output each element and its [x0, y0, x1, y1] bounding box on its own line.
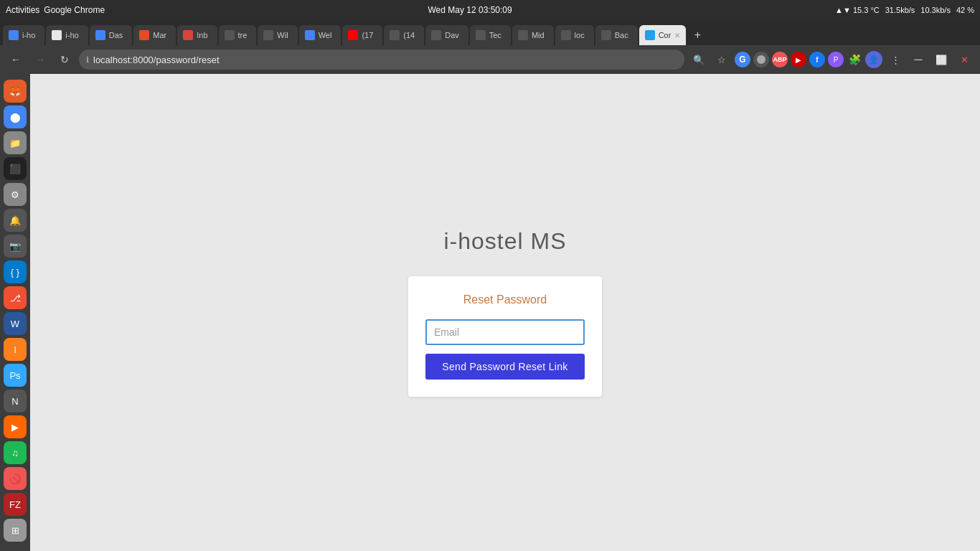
- tab-favicon-1: [52, 30, 62, 40]
- browser-tab-1[interactable]: i-ho: [46, 25, 88, 45]
- browser-tab-7[interactable]: Wel: [299, 25, 341, 45]
- profile-button[interactable]: 👤: [865, 51, 882, 68]
- photoshop-icon[interactable]: Ps: [4, 364, 27, 387]
- tab-label-7: Wel: [319, 31, 332, 39]
- tab-favicon-8: [348, 30, 358, 40]
- camera-icon[interactable]: 📷: [4, 235, 27, 258]
- tab-label-13: loc: [575, 31, 585, 39]
- google-ext-icon[interactable]: G: [735, 52, 750, 67]
- close-button[interactable]: ✕: [954, 50, 974, 70]
- network-speed-up: 31.5kb/s: [885, 6, 915, 14]
- browser-tab-15[interactable]: Cor✕: [639, 25, 687, 45]
- email-input[interactable]: [425, 319, 585, 345]
- network-speed-down: 10.3kb/s: [920, 6, 951, 14]
- filezilla-icon[interactable]: FZ: [4, 493, 27, 516]
- tab-label-9: (14: [403, 31, 415, 39]
- card-heading: Reset Password: [425, 293, 585, 306]
- files-icon[interactable]: 📁: [4, 131, 27, 154]
- search-button[interactable]: 🔍: [689, 50, 709, 70]
- tab-close-15[interactable]: ✕: [674, 32, 680, 39]
- app-title: i-hostel MS: [443, 228, 566, 255]
- tab-label-14: Bac: [615, 31, 628, 39]
- browser-tab-12[interactable]: Mid: [512, 25, 554, 45]
- lock-icon: ℹ: [86, 55, 89, 65]
- browser-tab-0[interactable]: i-ho: [3, 25, 44, 45]
- ext-icon-4[interactable]: ▶: [791, 52, 806, 67]
- tab-label-12: Mid: [532, 31, 545, 39]
- notification-icon[interactable]: 🔔: [4, 209, 27, 232]
- tab-favicon-4: [183, 30, 193, 40]
- tab-label-8: (17: [362, 31, 373, 39]
- main-content: i-hostel MS Reset Password Send Password…: [30, 74, 980, 551]
- network-temp: ▲▼ 15.3 °C: [835, 6, 880, 14]
- back-button[interactable]: ←: [6, 50, 26, 70]
- terminal-icon[interactable]: ⬛: [4, 157, 27, 180]
- browser-tab-10[interactable]: Dav: [425, 25, 468, 45]
- chrome-icon[interactable]: ⬤: [4, 105, 27, 128]
- tab-bar: i-hoi-hoDasMarInbtreWilWel(17(14DavTecMi…: [0, 19, 980, 45]
- url-text: localhost:8000/password/reset: [93, 55, 677, 65]
- git-icon[interactable]: ⎇: [4, 286, 27, 309]
- vlc-icon[interactable]: ▶: [4, 415, 27, 438]
- tab-label-5: tre: [238, 31, 248, 39]
- os-datetime: Wed May 12 03:50:09: [428, 5, 512, 15]
- menu-button[interactable]: ⋮: [885, 50, 905, 70]
- settings-icon[interactable]: ⚙: [4, 183, 27, 206]
- tab-label-10: Dav: [445, 31, 459, 39]
- vscode-icon[interactable]: { }: [4, 260, 27, 283]
- maximize-button[interactable]: ⬜: [931, 50, 951, 70]
- browser-tab-13[interactable]: loc: [555, 25, 594, 45]
- apps-icon[interactable]: ⊞: [4, 519, 27, 542]
- bookmark-button[interactable]: ☆: [712, 50, 732, 70]
- adblock-ext-icon[interactable]: ABP: [772, 52, 788, 67]
- word-icon[interactable]: W: [4, 312, 27, 335]
- tab-label-11: Tec: [489, 31, 501, 39]
- browser-tab-3[interactable]: Mar: [133, 25, 176, 45]
- tab-label-15: Cor: [659, 31, 672, 39]
- new-tab-button[interactable]: +: [687, 25, 707, 45]
- reload-button[interactable]: ↻: [55, 50, 75, 70]
- tab-favicon-7: [305, 30, 315, 40]
- tab-label-1: i-ho: [65, 31, 78, 39]
- tab-favicon-3: [139, 30, 149, 40]
- browser-tab-5[interactable]: tre: [219, 25, 257, 45]
- browser-tab-9[interactable]: (14: [384, 25, 424, 45]
- spotify-icon[interactable]: ♫: [4, 441, 27, 464]
- browser-tab-11[interactable]: Tec: [470, 25, 511, 45]
- minimize-button[interactable]: ─: [908, 50, 928, 70]
- tab-label-3: Mar: [153, 31, 166, 39]
- intellij-icon[interactable]: I: [4, 338, 27, 361]
- nav-actions: 🔍 ☆ G ABP ▶ f P 🧩 👤 ⋮ ─ ⬜ ✕: [689, 50, 974, 70]
- tab-favicon-2: [95, 30, 105, 40]
- browser-chrome: i-hoi-hoDasMarInbtreWilWel(17(14DavTecMi…: [0, 19, 980, 74]
- submit-button[interactable]: Send Password Reset Link: [425, 354, 585, 380]
- browser-tab-6[interactable]: Wil: [258, 25, 297, 45]
- svg-point-0: [757, 55, 765, 64]
- reset-password-card: Reset Password Send Password Reset Link: [408, 276, 602, 397]
- tab-label-4: Inb: [197, 31, 207, 39]
- ext-icon-6[interactable]: P: [828, 52, 844, 67]
- ext-puzzle-icon[interactable]: 🧩: [847, 52, 862, 67]
- firefox-icon[interactable]: 🦊: [4, 80, 27, 103]
- os-system-tray: ▲▼ 15.3 °C 31.5kb/s 10.3kb/s 42 %: [835, 6, 974, 14]
- app-dock: 🦊⬤📁⬛⚙🔔📷{ }⎇WIPsN▶♫🚫FZ⊞: [0, 74, 30, 551]
- activities-label[interactable]: Activities: [6, 5, 39, 15]
- browser-tab-4[interactable]: Inb: [177, 25, 217, 45]
- browser-tab-14[interactable]: Bac: [595, 25, 638, 45]
- ext-icon-5[interactable]: f: [809, 52, 825, 67]
- blocked-icon[interactable]: 🚫: [4, 467, 27, 490]
- forward-button[interactable]: →: [30, 50, 50, 70]
- browser-tab-8[interactable]: (17: [342, 25, 382, 45]
- n-icon[interactable]: N: [4, 390, 27, 413]
- tab-label-0: i-ho: [22, 31, 35, 39]
- address-bar[interactable]: ℹ localhost:8000/password/reset: [79, 50, 684, 70]
- tab-favicon-10: [431, 30, 441, 40]
- tab-favicon-14: [601, 30, 611, 40]
- os-topbar-left: Activities Google Chrome: [6, 5, 105, 15]
- ext-icon-2[interactable]: [753, 52, 769, 67]
- browser-tab-2[interactable]: Das: [90, 25, 133, 45]
- tab-label-2: Das: [109, 31, 123, 39]
- os-app-name: Google Chrome: [44, 5, 105, 15]
- tab-favicon-9: [390, 30, 400, 40]
- os-topbar: Activities Google Chrome Wed May 12 03:5…: [0, 0, 980, 19]
